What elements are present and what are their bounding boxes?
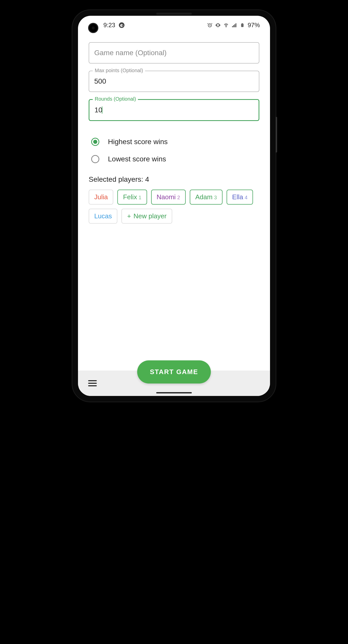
svg-point-2 (226, 27, 226, 27)
phone-screen: 9:23 ◐ 97% (78, 16, 270, 396)
max-points-group: Max points (Optional) 500 (89, 71, 259, 92)
phone-speaker (156, 13, 192, 15)
radio-highest[interactable] (91, 138, 99, 146)
app-indicator-icon: ◐ (119, 22, 124, 28)
radio-highest-label: Highest score wins (108, 138, 168, 146)
svg-rect-3 (232, 26, 233, 27)
player-chip[interactable]: Naomi2 (151, 190, 186, 205)
new-player-label: New player (134, 212, 167, 220)
selected-players-header: Selected players: 4 (89, 175, 259, 183)
bottom-bar: START GAME (78, 371, 270, 396)
rounds-label: Rounds (Optional) (93, 96, 138, 102)
nav-indicator[interactable] (156, 392, 192, 393)
text-cursor (102, 106, 102, 114)
player-chip-order: 1 (138, 195, 141, 201)
radio-lowest-label: Lowest score wins (108, 155, 166, 163)
game-name-input[interactable] (89, 42, 259, 64)
player-chip[interactable]: Julia (89, 190, 113, 205)
player-chip[interactable]: Ella4 (227, 190, 253, 205)
status-time: 9:23 (103, 22, 115, 29)
svg-rect-6 (235, 23, 236, 27)
vibrate-icon (215, 22, 221, 28)
wifi-icon (223, 22, 229, 28)
player-chip-name: Lucas (94, 212, 112, 220)
player-chip-name: Adam (195, 193, 213, 201)
alarm-icon (207, 22, 213, 28)
max-points-input[interactable]: 500 (89, 71, 259, 92)
form-content: Max points (Optional) 500 Rounds (Option… (78, 35, 270, 371)
player-chip[interactable]: Lucas (89, 209, 117, 224)
radio-lowest[interactable] (91, 155, 99, 163)
new-player-button[interactable]: +New player (121, 209, 172, 224)
player-chip-name: Naomi (157, 193, 176, 201)
player-chip-name: Julia (94, 193, 108, 201)
menu-icon (88, 380, 97, 381)
rounds-group: Rounds (Optional) 10 (89, 99, 259, 121)
player-chip-order: 3 (214, 195, 217, 201)
game-name-group (89, 42, 259, 64)
signal-icon (231, 22, 237, 28)
phone-frame: 9:23 ◐ 97% (72, 10, 276, 402)
radio-highest-row[interactable]: Highest score wins (91, 133, 259, 150)
plus-icon: + (127, 212, 131, 220)
status-bar: 9:23 ◐ 97% (78, 16, 270, 35)
player-chip-name: Ella (232, 193, 243, 201)
rounds-input[interactable]: 10 (89, 99, 259, 121)
player-chip[interactable]: Adam3 (190, 190, 223, 205)
svg-rect-1 (217, 24, 219, 27)
front-camera (88, 23, 98, 33)
menu-button[interactable] (86, 378, 99, 389)
phone-side-button (276, 117, 277, 152)
player-chip-name: Felix (123, 193, 137, 201)
battery-icon (240, 22, 245, 28)
start-game-button[interactable]: START GAME (137, 360, 211, 384)
svg-rect-4 (233, 25, 234, 27)
max-points-label: Max points (Optional) (93, 68, 145, 73)
svg-rect-8 (242, 23, 243, 24)
player-chip-order: 4 (245, 195, 247, 201)
radio-lowest-row[interactable]: Lowest score wins (91, 150, 259, 168)
svg-rect-5 (234, 24, 235, 27)
player-chip[interactable]: Felix1 (117, 190, 147, 205)
player-chips: JuliaFelix1Naomi2Adam3Ella4Lucas+New pla… (89, 190, 259, 224)
battery-text: 97% (248, 22, 260, 29)
player-chip-order: 2 (177, 195, 180, 201)
